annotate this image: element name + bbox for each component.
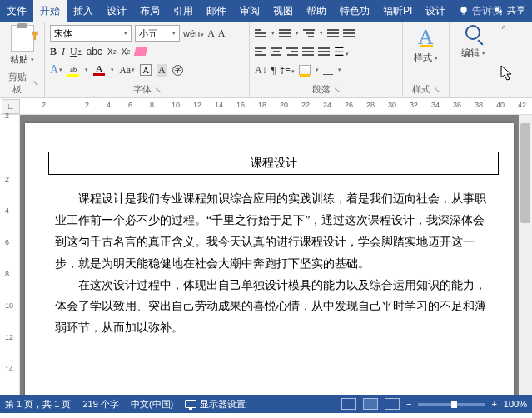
tab-home[interactable]: 开始 — [33, 0, 67, 22]
status-bar: 第 1 页，共 1 页 219 个字 中文(中国) 显示器设置 − + 100% — [0, 395, 532, 413]
tab-design2[interactable]: 设计 — [419, 0, 452, 22]
page-scroll-area[interactable]: 课程设计 课程设计是我们专业课程知识综合应用的实践训练，着是我们迈向社会，从事职… — [20, 115, 519, 395]
zoom-in-button[interactable]: + — [491, 399, 496, 409]
tab-foxit[interactable]: 福昕PI — [376, 0, 419, 22]
styles-group-label: 样式 — [412, 83, 430, 96]
share-icon — [494, 6, 504, 16]
view-web-button[interactable] — [385, 398, 400, 410]
group-clipboard: 粘贴▾ 剪贴板⤡ — [0, 22, 45, 97]
show-marks-button[interactable]: ¶ — [271, 64, 276, 77]
styles-icon: A — [418, 25, 434, 50]
asian-layout-button[interactable]: ☰▾ — [334, 45, 349, 59]
ruler-row: ∟ 22468101214161820222426283032343638404… — [0, 98, 532, 115]
monitor-icon — [185, 400, 196, 408]
superscript-button[interactable]: X2 — [122, 47, 131, 57]
line-spacing-button[interactable]: ‡≡▾ — [280, 65, 295, 75]
bulb-icon — [459, 6, 469, 16]
tab-view[interactable]: 视图 — [266, 0, 300, 22]
shading-button[interactable] — [299, 65, 311, 75]
subscript-button[interactable]: X2 — [107, 47, 117, 57]
font-size-combo[interactable]: 小五▾ — [135, 25, 180, 42]
tab-file[interactable]: 文件 — [0, 0, 33, 22]
collapse-ribbon-button[interactable]: ^ — [496, 22, 511, 97]
tab-review[interactable]: 审阅 — [233, 0, 266, 22]
zoom-slider[interactable] — [418, 403, 485, 406]
align-justify-button[interactable] — [302, 47, 314, 57]
editing-button[interactable]: 编辑▾ — [455, 25, 491, 59]
zoom-knob[interactable] — [451, 401, 457, 408]
ribbon-tab-bar: 文件 开始 插入 设计 布局 引用 邮件 审阅 视图 帮助 特色功 福昕PI 设… — [0, 0, 532, 22]
ribbon: 粘贴▾ 剪贴板⤡ 宋体▾ 小五▾ wén▾ A A B I U▾ abc X2 … — [0, 22, 532, 98]
tab-insert[interactable]: 插入 — [67, 0, 100, 22]
zoom-out-button[interactable]: − — [406, 399, 411, 409]
multilevel-button[interactable] — [303, 28, 315, 38]
highlight-button[interactable]: ab — [67, 64, 79, 77]
italic-button[interactable]: I — [62, 46, 65, 58]
status-words[interactable]: 219 个字 — [82, 398, 118, 411]
change-case-button[interactable]: Aa▾ — [119, 64, 135, 77]
clipboard-group-label: 剪贴板 — [5, 71, 29, 96]
vertical-scrollbar[interactable] — [519, 115, 532, 395]
share-button[interactable]: 共享 — [494, 4, 525, 17]
highlight-dd[interactable]: ▾ — [85, 67, 88, 73]
status-page[interactable]: 第 1 页，共 1 页 — [5, 398, 71, 411]
tab-layout[interactable]: 布局 — [133, 0, 167, 22]
view-read-button[interactable] — [341, 398, 356, 410]
grow-font-button[interactable]: A — [207, 27, 215, 40]
document-page[interactable]: 课程设计 课程设计是我们专业课程知识综合应用的实践训练，着是我们迈向社会，从事职… — [25, 123, 514, 395]
sort-button[interactable]: A↓ — [255, 64, 267, 77]
format-painter-icon[interactable] — [31, 30, 42, 42]
clipboard-launcher[interactable]: ⤡ — [32, 79, 39, 87]
styles-launcher[interactable]: ⤡ — [434, 86, 440, 94]
clear-format-button[interactable] — [134, 47, 148, 56]
font-launcher[interactable]: ⤡ — [155, 86, 162, 94]
strike-button[interactable]: abc — [87, 46, 102, 57]
underline-button[interactable]: U▾ — [70, 46, 82, 58]
tab-special[interactable]: 特色功 — [333, 0, 376, 22]
horizontal-ruler[interactable]: 224681012141618202224262830323436384042 — [42, 99, 532, 114]
shrink-font-button[interactable]: A — [218, 27, 226, 40]
vertical-ruler[interactable]: 22468101214 — [0, 115, 20, 395]
font-name-combo[interactable]: 宋体▾ — [50, 25, 132, 42]
status-display-settings[interactable]: 显示器设置 — [185, 398, 246, 411]
align-right-button[interactable] — [286, 47, 298, 57]
tab-help[interactable]: 帮助 — [300, 0, 333, 22]
phonetic-guide-button[interactable]: wén▾ — [183, 28, 204, 38]
text-effects-button[interactable]: A▾ — [50, 63, 62, 77]
decrease-indent-button[interactable] — [327, 28, 339, 38]
align-distribute-button[interactable] — [318, 47, 330, 57]
share-label: 共享 — [507, 4, 525, 17]
enclose-char-button[interactable]: 字 — [172, 65, 183, 76]
svg-point-0 — [495, 7, 500, 12]
font-color-dd[interactable]: ▾ — [111, 67, 114, 73]
tab-design[interactable]: 设计 — [100, 0, 133, 22]
paragraph-2[interactable]: 在这次设计过程中，体现出自己单独设计模具的能力以及综合运用知识的能力，体会了学以… — [55, 275, 492, 340]
increase-indent-button[interactable] — [343, 28, 355, 38]
paste-button[interactable] — [11, 25, 34, 52]
char-border-button[interactable]: A — [140, 64, 152, 76]
group-paragraph: ▾ ▾ ▾ ☰▾ A↓ ¶ ‡≡▾ ▾ ▾ 段落⤡ — [250, 22, 403, 97]
numbering-button[interactable] — [279, 28, 291, 38]
status-language[interactable]: 中文(中国) — [131, 398, 173, 411]
borders-button[interactable] — [323, 65, 333, 75]
document-area: 22468101214 课程设计 课程设计是我们专业课程知识综合应用的实践训练，… — [0, 115, 532, 395]
align-center-button[interactable] — [271, 47, 282, 57]
paragraph-launcher[interactable]: ⤡ — [334, 86, 341, 94]
document-title-box[interactable]: 课程设计 — [48, 152, 499, 175]
align-left-button[interactable] — [255, 47, 266, 57]
zoom-level[interactable]: 100% — [504, 399, 527, 409]
font-color-button[interactable]: A — [93, 64, 105, 76]
paragraph-1[interactable]: 课程设计是我们专业课程知识综合应用的实践训练，着是我们迈向社会，从事职业工作前一… — [55, 188, 492, 275]
tab-mailings[interactable]: 邮件 — [200, 0, 233, 22]
view-print-button[interactable] — [363, 398, 378, 410]
svg-point-1 — [499, 9, 502, 12]
bold-button[interactable]: B — [50, 46, 57, 58]
styles-button[interactable]: A 样式▾ — [408, 25, 444, 64]
font-group-label: 字体 — [133, 83, 152, 96]
group-editing: 编辑▾ — [450, 22, 496, 97]
tab-references[interactable]: 引用 — [167, 0, 200, 22]
paste-label[interactable]: 粘贴▾ — [10, 53, 34, 66]
scrollbar-thumb[interactable] — [520, 123, 530, 223]
bullets-button[interactable] — [255, 28, 266, 38]
char-shading-button[interactable]: A — [157, 64, 167, 77]
